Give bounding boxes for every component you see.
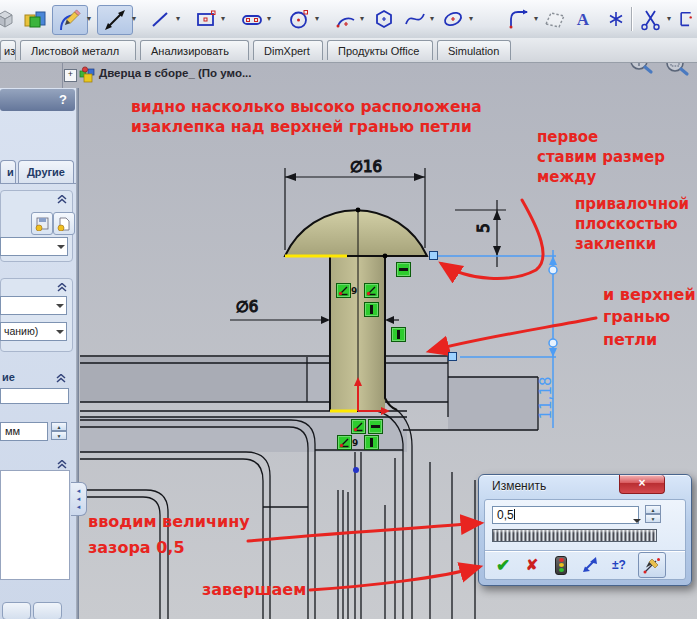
constraint-horizontal-badge[interactable] <box>368 419 383 434</box>
panel-combobox[interactable] <box>0 296 67 315</box>
constraint-angle-badge[interactable] <box>351 419 366 434</box>
tab-sheet-metal[interactable]: Листовой металл <box>20 40 136 60</box>
thumbwheel-scrubber[interactable] <box>492 529 657 542</box>
close-button[interactable]: × <box>619 475 665 494</box>
chevron-down-icon <box>56 330 64 338</box>
angle-icon <box>353 421 364 432</box>
smart-dimension-icon <box>102 7 128 33</box>
reverse-direction-button[interactable] <box>580 553 600 577</box>
rectangle-tool-button[interactable] <box>192 5 219 33</box>
tab-sketch-partial[interactable]: из <box>0 40 16 60</box>
constraint-angle-badge[interactable] <box>336 283 351 298</box>
arc-icon <box>334 7 358 31</box>
cancel-button[interactable]: ✘ <box>522 553 542 577</box>
command-manager-tabs: из Листовой металл Анализировать DimXper… <box>0 38 697 63</box>
new-config-button[interactable] <box>53 212 75 235</box>
chevron-down-icon[interactable]: ▾ <box>469 14 473 23</box>
chevron-down-icon[interactable] <box>633 519 641 527</box>
constraint-vertical-badge[interactable] <box>364 302 379 317</box>
chevron-down-icon[interactable]: ▾ <box>267 14 271 23</box>
mark-dimension-button[interactable]: ±? <box>609 553 629 577</box>
help-button[interactable]: ? <box>59 92 67 107</box>
annotation-note-plane: привалочной плоскостью заклепки <box>575 195 689 254</box>
angle-icon <box>366 285 377 296</box>
annotation-note-finish: завершаем <box>202 579 306 600</box>
panel-splitter[interactable] <box>76 88 79 619</box>
panel-tab-partial[interactable]: и <box>0 160 16 184</box>
chevron-down-icon[interactable]: ▾ <box>360 14 364 23</box>
sketch-tool-button[interactable] <box>52 5 88 35</box>
tab-office-products[interactable]: Продукты Office <box>327 40 433 60</box>
text-tool-button[interactable]: A <box>570 5 596 33</box>
value-spinner[interactable]: ▲ ▼ <box>645 505 661 523</box>
chevron-down-icon[interactable]: ▾ <box>667 14 671 23</box>
plane-tool-button[interactable] <box>542 5 568 33</box>
dimension-value-input[interactable]: 0,5 <box>492 506 639 524</box>
pencil-dimension-icon <box>643 556 661 574</box>
convert-entities-icon <box>678 7 697 31</box>
tab-dimxpert[interactable]: DimXpert <box>253 40 323 60</box>
view-cube-button[interactable] <box>0 5 16 33</box>
assembly-icon <box>79 66 96 83</box>
panel-collapse-tab[interactable]: ◂ ◂ ◂ <box>71 482 87 516</box>
selection-handle[interactable] <box>429 251 438 260</box>
tab-simulation[interactable]: Simulation <box>437 40 511 60</box>
chevron-down-icon <box>57 245 65 253</box>
save-config-button[interactable] <box>31 212 53 235</box>
dialog-button-row: ✔ ✘ ±? <box>485 550 685 579</box>
constraint-vertical-badge[interactable] <box>364 435 379 450</box>
panel-combobox[interactable] <box>0 237 68 256</box>
chevron-down-icon[interactable]: ▾ <box>87 14 91 23</box>
selection-handle[interactable] <box>448 352 457 361</box>
line-tool-button[interactable] <box>147 5 173 33</box>
panel-combobox-configuration[interactable]: чанию) <box>0 322 67 341</box>
panel-tab-other[interactable]: Другие <box>18 160 74 184</box>
polygon-tool-button[interactable] <box>370 5 397 33</box>
feature-tree-root[interactable]: + Дверца в сборе_ (По умо... <box>62 62 322 84</box>
chevron-down-icon[interactable]: ▾ <box>430 14 434 23</box>
color-display-button[interactable] <box>23 5 49 33</box>
chevron-down-icon[interactable]: ▾ <box>132 14 136 23</box>
collapse-chevron-icon[interactable] <box>57 195 67 204</box>
spin-up-icon[interactable]: ▲ <box>51 422 67 431</box>
constraint-angle-badge[interactable] <box>337 435 352 450</box>
constraint-horizontal-badge[interactable] <box>396 262 411 277</box>
arc-tool-button[interactable] <box>332 5 359 33</box>
chevron-down-icon[interactable]: ▾ <box>176 14 180 23</box>
collapse-chevron-icon[interactable] <box>57 283 67 292</box>
panel-text-field[interactable] <box>0 388 69 404</box>
panel-bottom-button[interactable] <box>2 602 31 619</box>
chevron-down-icon[interactable]: ▾ <box>221 14 225 23</box>
spin-increment-button[interactable] <box>638 552 666 578</box>
smart-dimension-button[interactable] <box>97 5 133 35</box>
ellipse-tool-button[interactable] <box>439 5 467 33</box>
collapse-chevron-icon[interactable] <box>57 460 67 469</box>
tab-evaluate[interactable]: Анализировать <box>140 40 249 60</box>
angle-icon <box>338 285 349 296</box>
point-tool-button[interactable] <box>605 5 627 33</box>
accept-button[interactable]: ✔ <box>493 553 513 577</box>
panel-listbox[interactable] <box>0 470 70 580</box>
panel-bottom-button[interactable] <box>33 602 62 619</box>
reverse-arrows-icon <box>581 556 599 574</box>
sketch-point[interactable] <box>353 467 359 473</box>
spline-tool-button[interactable] <box>401 5 428 33</box>
unit-field[interactable]: мм <box>0 422 48 441</box>
chevron-down-icon[interactable]: ▾ <box>534 14 538 23</box>
spin-up-icon[interactable]: ▲ <box>645 505 661 514</box>
circle-tool-button[interactable] <box>285 5 313 33</box>
page-icon <box>57 217 71 231</box>
spin-down-icon[interactable]: ▼ <box>51 431 67 440</box>
convert-entities-button[interactable] <box>678 5 697 33</box>
slot-tool-button[interactable] <box>238 5 265 33</box>
rebuild-button[interactable] <box>551 553 571 577</box>
unit-spinner[interactable]: ▲ ▼ <box>51 422 67 440</box>
tree-expand-icon[interactable]: + <box>64 69 77 82</box>
trim-tool-button[interactable] <box>637 5 665 33</box>
constraint-angle-badge[interactable] <box>364 283 379 298</box>
chevron-down-icon[interactable]: ▾ <box>315 14 319 23</box>
fillet-tool-button[interactable] <box>505 5 532 33</box>
collapse-chevron-icon[interactable] <box>56 374 66 383</box>
constraint-vertical-badge[interactable] <box>391 327 406 342</box>
spin-down-icon[interactable]: ▼ <box>645 514 661 523</box>
